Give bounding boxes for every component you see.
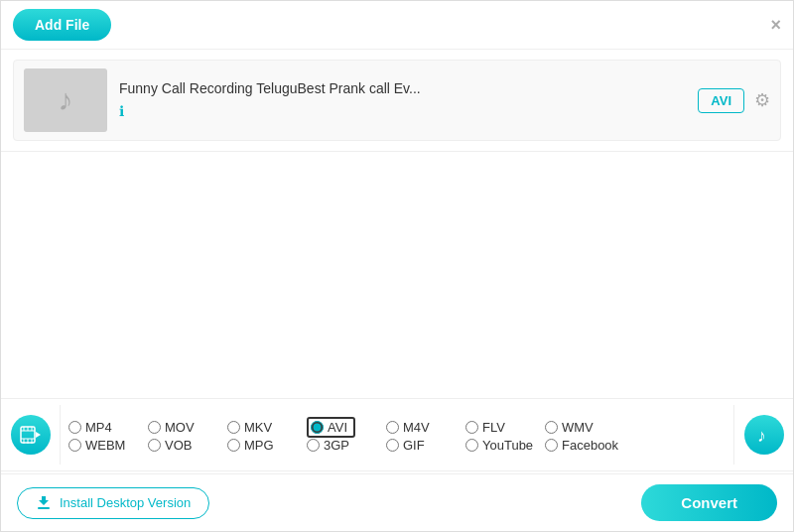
format-option-flv[interactable]: FLV xyxy=(465,420,545,435)
file-thumbnail: ♪ xyxy=(24,68,107,132)
avi-option-box: AVI xyxy=(307,417,355,438)
file-list: ♪ Funny Call Recording TeluguBest Prank … xyxy=(1,50,793,152)
action-bar: Install Desktop Version Convert xyxy=(1,473,793,531)
film-icon xyxy=(20,426,42,444)
info-icon[interactable]: ℹ xyxy=(119,103,124,119)
format-option-webm[interactable]: WEBM xyxy=(68,438,148,453)
file-info: Funny Call Recording TeluguBest Prank ca… xyxy=(107,80,698,120)
svg-text:♪: ♪ xyxy=(757,426,766,445)
svg-marker-12 xyxy=(39,496,49,505)
file-item: ♪ Funny Call Recording TeluguBest Prank … xyxy=(13,60,781,141)
music-note-icon: ♪ xyxy=(754,425,774,445)
format-option-avi[interactable]: AVI xyxy=(307,417,386,438)
content-area xyxy=(1,152,793,398)
video-icon-circle xyxy=(11,415,51,455)
top-bar: Add File × xyxy=(1,1,793,50)
close-button[interactable]: × xyxy=(770,15,781,36)
svg-rect-11 xyxy=(38,507,50,509)
format-option-mkv[interactable]: MKV xyxy=(227,420,307,435)
music-icon: ♪ xyxy=(59,83,73,117)
format-badge[interactable]: AVI xyxy=(698,88,744,113)
format-option-3gp[interactable]: 3GP xyxy=(307,438,386,453)
settings-button[interactable]: ⚙ xyxy=(754,89,770,111)
install-button[interactable]: Install Desktop Version xyxy=(17,487,209,519)
convert-button[interactable]: Convert xyxy=(641,484,777,521)
audio-icon-box[interactable]: ♪ xyxy=(733,405,793,465)
audio-icon-circle: ♪ xyxy=(744,415,784,455)
add-file-button[interactable]: Add File xyxy=(13,9,111,41)
format-option-facebook[interactable]: Facebook xyxy=(545,438,624,453)
svg-marker-9 xyxy=(36,432,41,438)
file-title: Funny Call Recording TeluguBest Prank ca… xyxy=(119,80,686,96)
format-option-wmv[interactable]: WMV xyxy=(545,420,624,435)
format-options: MP4 MOV MKV AVI M4V FLV xyxy=(61,413,733,457)
format-selector: MP4 MOV MKV AVI M4V FLV xyxy=(1,398,793,471)
format-option-m4v[interactable]: M4V xyxy=(386,420,465,435)
format-option-youtube[interactable]: YouTube xyxy=(465,438,545,453)
format-option-gif[interactable]: GIF xyxy=(386,438,465,453)
video-icon-box[interactable] xyxy=(1,405,61,465)
format-option-vob[interactable]: VOB xyxy=(148,438,227,453)
format-option-mpg[interactable]: MPG xyxy=(227,438,307,453)
download-icon xyxy=(36,495,52,511)
format-option-mp4[interactable]: MP4 xyxy=(68,420,148,435)
file-actions: AVI ⚙ xyxy=(698,88,770,113)
format-option-mov[interactable]: MOV xyxy=(148,420,227,435)
